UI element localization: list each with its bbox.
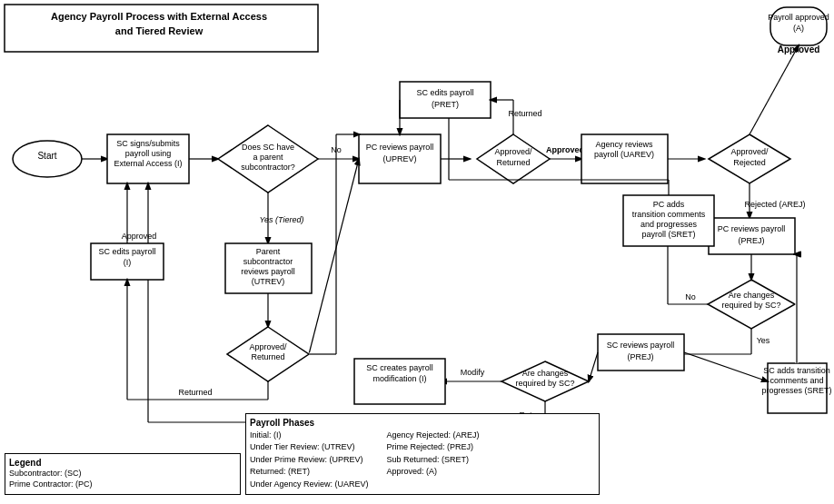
parent-sub-text4: (UTREV) [252, 277, 285, 286]
sc-edits-pret-text2: (PRET) [432, 100, 459, 109]
start-node: Start [37, 151, 56, 161]
approved-node-text1: Payroll approved [768, 13, 829, 22]
phase-prej: Prime Rejected: (PREJ) [387, 441, 480, 454]
rejected-arej-label: Rejected (AREJ) [744, 200, 805, 209]
sc-adds-text1: SC adds transition [763, 366, 830, 375]
pc-reviews-text2: (UPREV) [382, 154, 416, 163]
apr-ret-text2: Returned [496, 158, 530, 167]
agency-reviews-text1: Agency reviews [595, 140, 653, 149]
returned-label1: Returned [508, 109, 541, 118]
does-sc-text1: Does SC have [242, 143, 294, 152]
phases-title: Payroll Phases [250, 418, 595, 428]
apr-rej-text1: Approved/ [730, 147, 769, 156]
apr-ret-text1: Approved/ [494, 147, 532, 156]
pc-adds-text3: and progresses [640, 220, 698, 229]
svg-line-49 [309, 159, 359, 354]
svg-line-42 [684, 352, 768, 381]
returned-label2: Returned [178, 388, 212, 397]
agency-reviews-text2: payroll (UAREV) [594, 150, 654, 159]
sc-edits-pret-text1: SC edits payroll [416, 88, 473, 97]
sc-creates-text1: SC creates payroll [366, 363, 433, 372]
changes-req-text2: required by SC? [721, 301, 780, 310]
phase-approved: Approved: (A) [387, 466, 480, 479]
svg-line-15 [750, 45, 799, 134]
phases-col2: Agency Rejected: (AREJ) Prime Rejected: … [387, 430, 480, 491]
legend-box: Legend Subcontractor: (SC) Prime Contrac… [5, 453, 241, 495]
sc-edits-i-text2: (I) [124, 258, 132, 267]
sc-reviews-prej-text1: SC reviews payroll [607, 341, 675, 350]
yes-label2: Yes [757, 336, 770, 345]
pc-reviews-prej-text1: PC reviews payroll [718, 224, 786, 233]
pc-reviews-prej-text2: (PREJ) [739, 236, 765, 245]
diagram-container: Agency Payroll Process with External Acc… [0, 0, 834, 504]
apr-ret2-text2: Returned [251, 352, 284, 361]
phase-utrev: Under Tier Review: (UTREV) [250, 441, 369, 454]
legend-items: Subcontractor: (SC) Prime Contractor: (P… [9, 468, 236, 490]
phase-initial: Initial: (I) [250, 430, 369, 442]
pc-adds-text2: transition comments [632, 210, 706, 219]
phase-uprev: Under Prime Review: (UPREV) [250, 454, 369, 467]
sc-adds-text2: comments and [769, 376, 823, 385]
phases-col1: Initial: (I) Under Tier Review: (UTREV) … [250, 430, 369, 491]
changes-req2-text2: required by SC? [515, 379, 574, 388]
phase-arej: Agency Rejected: (AREJ) [387, 430, 480, 442]
approved-node-text2: (A) [793, 24, 804, 33]
phases-content: Initial: (I) Under Tier Review: (UTREV) … [250, 430, 595, 491]
yes-tiered-label: Yes (Tiered) [260, 215, 304, 224]
apr-rej-text2: Rejected [733, 158, 766, 167]
sc-reviews-prej-text2: (PREJ) [628, 352, 654, 361]
no-label2: No [685, 292, 696, 301]
parent-sub-text2: subcontractor [243, 257, 293, 266]
changes-req-text1: Are changes [729, 291, 775, 300]
phase-uarev: Under Agency Review: (UAREV) [250, 479, 369, 491]
phase-sret: Sub Returned: (SRET) [387, 454, 480, 467]
modify-label: Modify [461, 368, 485, 377]
sc-signs-text1: SC signs/submits [116, 139, 180, 148]
changes-req2-text1: Are changes [522, 369, 569, 378]
sc-edits-i-text1: SC edits payroll [98, 247, 155, 256]
sc-signs-text2: payroll using [125, 149, 172, 158]
sc-signs-text3: External Access (I) [114, 159, 182, 168]
parent-sub-text3: reviews payroll [241, 267, 295, 276]
legend-section: Legend Subcontractor: (SC) Prime Contrac… [9, 458, 236, 490]
does-sc-text2: a parent [253, 153, 283, 162]
sc-adds-text3: progresses (SRET) [761, 386, 831, 395]
pc-reviews-text1: PC reviews payroll [366, 143, 434, 152]
pc-adds-text4: payroll (SRET) [641, 230, 695, 239]
svg-line-35 [589, 352, 598, 381]
payroll-phases-box: Payroll Phases Initial: (I) Under Tier R… [245, 413, 600, 496]
sc-creates-text2: modification (I) [372, 374, 426, 383]
title-line1: Agency Payroll Process with External Acc… [51, 11, 267, 22]
no-label1: No [331, 145, 342, 154]
does-sc-text3: subcontractor? [241, 163, 295, 172]
legend-item-pc: Prime Contractor: (PC) [9, 479, 236, 490]
parent-sub-text1: Parent [256, 247, 281, 256]
title-line2: and Tiered Review [115, 25, 204, 36]
phase-ret: Returned: (RET) [250, 466, 369, 479]
approved-arrow-label: Approved [546, 145, 584, 154]
pc-adds-text1: PC adds [653, 200, 685, 209]
legend-title: Legend [9, 458, 236, 468]
legend-item-sc: Subcontractor: (SC) [9, 468, 236, 479]
apr-ret2-text1: Approved/ [249, 342, 287, 351]
